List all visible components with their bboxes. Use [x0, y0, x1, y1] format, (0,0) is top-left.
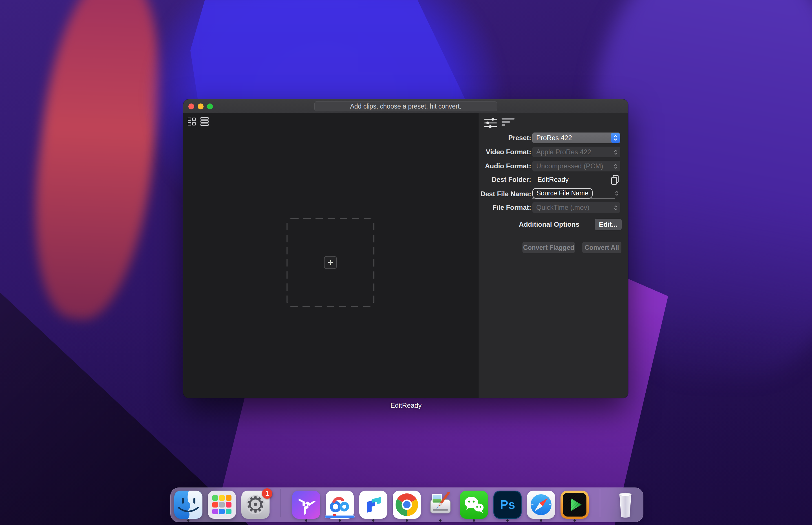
- dock-icon-trash[interactable]: [611, 491, 640, 519]
- token-stepper-icon[interactable]: [615, 190, 619, 198]
- traffic-lights: [188, 104, 213, 109]
- dock-icon-system-preferences[interactable]: ⚙ 1: [241, 491, 270, 519]
- window-hint: Add clips, choose a preset, hit convert.: [314, 101, 497, 111]
- popup-stepper-icon: [611, 133, 620, 142]
- dock-icon-safari[interactable]: [527, 491, 555, 519]
- file-format-label: File Format:: [479, 204, 531, 211]
- dock-icon-todesk[interactable]: [359, 491, 387, 519]
- field-underline: [532, 198, 615, 199]
- convert-all-button[interactable]: Convert All: [582, 242, 621, 253]
- dest-folder-row: Dest Folder: EditReady: [479, 174, 628, 185]
- dock-separator: [281, 489, 281, 518]
- dest-folder-label: Dest Folder:: [479, 176, 531, 183]
- dock-icon-hitpaw-video-converter[interactable]: [292, 491, 320, 519]
- minimize-button[interactable]: [198, 104, 204, 109]
- reveal-folder-icon[interactable]: [610, 175, 620, 187]
- dest-folder-value: EditReady: [532, 176, 569, 183]
- dock-icon-baidu-netdisk[interactable]: [326, 491, 354, 519]
- running-indicator: [506, 519, 509, 522]
- convert-flagged-button[interactable]: Convert Flagged: [523, 242, 575, 253]
- dock-icon-finder[interactable]: [174, 491, 202, 519]
- video-format-row: Video Format: Apple ProRes 422: [479, 147, 628, 158]
- audio-format-row: Audio Format: Uncompressed (PCM): [479, 161, 628, 171]
- preset-label: Preset:: [479, 134, 531, 142]
- dock-icon-wechat[interactable]: [460, 491, 488, 519]
- running-indicator: [372, 519, 374, 522]
- dest-file-name-field[interactable]: Source File Name: [532, 188, 620, 200]
- list-view-icon[interactable]: [200, 117, 209, 126]
- video-format-label: Video Format:: [479, 148, 531, 156]
- desktop: Add clips, choose a preset, hit convert.: [0, 0, 812, 525]
- sort-icon[interactable]: [501, 117, 514, 126]
- settings-sliders-icon[interactable]: [484, 117, 497, 130]
- dock-icon-launchpad[interactable]: [208, 491, 236, 519]
- preset-row: Preset: ProRes 422: [479, 133, 628, 143]
- download-progress-bar: [325, 515, 355, 518]
- close-button[interactable]: [188, 104, 194, 109]
- notification-badge: 1: [262, 488, 272, 499]
- dest-file-name-label: Dest File Name:: [479, 190, 531, 198]
- editready-window: Add clips, choose a preset, hit convert.: [183, 99, 628, 398]
- settings-pane: Preset: ProRes 422: [479, 113, 628, 398]
- dock-separator: [600, 489, 600, 518]
- source-file-name-token[interactable]: Source File Name: [532, 188, 593, 198]
- running-indicator: [187, 519, 190, 522]
- add-clip-button[interactable]: +: [324, 256, 337, 269]
- file-format-popup[interactable]: QuickTime (.mov): [532, 202, 620, 213]
- preset-popup[interactable]: ProRes 422: [532, 133, 620, 143]
- running-indicator: [540, 519, 542, 522]
- video-format-popup[interactable]: Apple ProRes 422: [532, 147, 620, 158]
- clips-pane: +: [183, 113, 479, 398]
- popup-stepper-icon: [614, 205, 618, 212]
- dock-icon-photoshop[interactable]: Ps: [493, 491, 522, 519]
- additional-options-label: Additional Options: [479, 219, 580, 230]
- app-name-label: EditReady: [0, 402, 812, 409]
- dest-file-name-row: Dest File Name: Source File Name: [479, 188, 628, 200]
- running-indicator: [406, 519, 408, 522]
- running-indicator: [473, 519, 475, 522]
- popup-stepper-icon: [614, 163, 618, 171]
- popup-stepper-icon: [614, 149, 618, 157]
- running-indicator: [573, 519, 576, 522]
- audio-format-popup[interactable]: Uncompressed (PCM): [532, 161, 620, 171]
- dock-icon-google-chrome[interactable]: [393, 491, 421, 519]
- dock-icon-editready[interactable]: [560, 491, 589, 519]
- file-format-row: File Format: QuickTime (.mov): [479, 202, 628, 213]
- photoshop-glyph: Ps: [500, 498, 515, 512]
- running-indicator: [339, 519, 341, 522]
- zoom-button[interactable]: [207, 104, 213, 109]
- dock: ⚙ 1: [170, 487, 643, 522]
- dock-icon-disk-paint-utility[interactable]: [426, 491, 454, 519]
- running-indicator: [439, 519, 441, 522]
- running-indicator: [305, 519, 307, 522]
- audio-format-label: Audio Format:: [479, 162, 531, 170]
- window-titlebar[interactable]: Add clips, choose a preset, hit convert.: [183, 99, 628, 113]
- grid-view-icon[interactable]: [187, 117, 196, 126]
- clip-dropzone[interactable]: +: [286, 218, 374, 307]
- edit-options-button[interactable]: Edit...: [595, 219, 622, 230]
- progress-marker: [333, 514, 336, 516]
- convert-buttons-row: Convert Flagged Convert All: [479, 242, 628, 254]
- additional-options-row: Additional Options Edit...: [479, 219, 628, 230]
